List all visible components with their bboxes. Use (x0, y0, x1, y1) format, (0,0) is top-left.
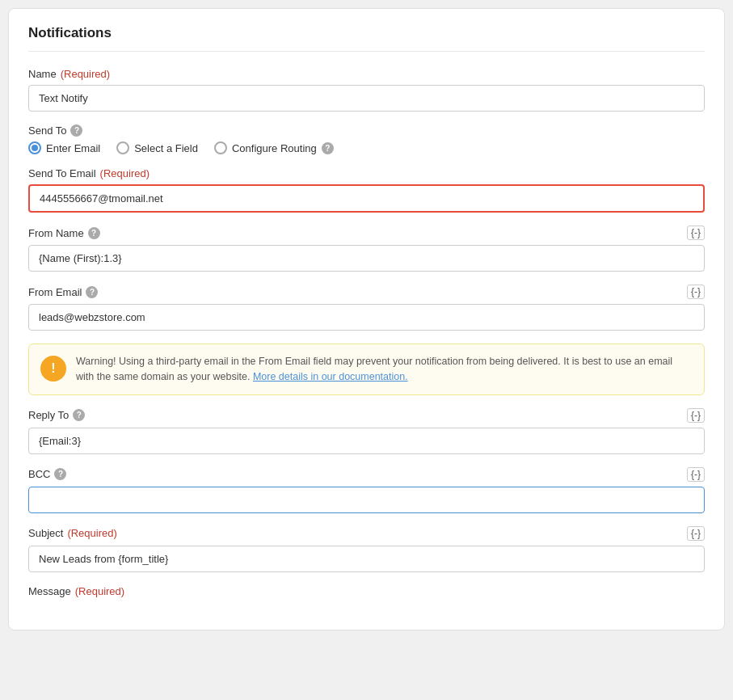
radio-select-field-input[interactable] (116, 141, 129, 154)
send-to-group: Send To ? Enter Email Select a Field Con… (28, 124, 705, 154)
from-email-help-icon[interactable]: ? (86, 286, 98, 298)
from-email-merge-icon[interactable]: {-} (687, 285, 705, 299)
bcc-help-icon[interactable]: ? (54, 468, 66, 480)
reply-to-group: Reply To ? {-} (28, 408, 705, 454)
from-email-group: From Email ? {-} (28, 285, 705, 331)
from-name-help-icon[interactable]: ? (88, 227, 100, 239)
radio-select-field[interactable]: Select a Field (116, 141, 198, 154)
message-label: Message (Required) (28, 585, 705, 597)
send-to-email-input[interactable] (28, 184, 705, 213)
notifications-card: Notifications Name (Required) Send To ? … (8, 8, 725, 630)
bcc-merge-icon[interactable]: {-} (687, 467, 705, 482)
reply-to-input[interactable] (28, 428, 705, 454)
send-to-email-group: Send To Email (Required) (28, 167, 705, 213)
reply-to-help-icon[interactable]: ? (73, 409, 85, 421)
radio-configure-routing[interactable]: Configure Routing ? (214, 141, 334, 154)
radio-enter-email-input[interactable] (28, 141, 41, 154)
bcc-input[interactable] (28, 487, 705, 513)
configure-routing-help-icon[interactable]: ? (322, 142, 334, 154)
send-to-help-icon[interactable]: ? (70, 124, 82, 137)
from-email-input[interactable] (28, 304, 705, 331)
radio-configure-routing-input[interactable] (214, 141, 227, 154)
page-title: Notifications (28, 25, 705, 52)
warning-text: Warning! Using a third-party email in th… (76, 354, 693, 385)
from-name-input[interactable] (28, 245, 705, 272)
message-group: Message (Required) (28, 585, 705, 597)
warning-box: ! Warning! Using a third-party email in … (28, 344, 705, 395)
warning-link[interactable]: More details in our documentation. (253, 371, 408, 382)
radio-enter-email[interactable]: Enter Email (28, 141, 100, 154)
radio-group: Enter Email Select a Field Configure Rou… (28, 141, 705, 154)
bcc-group: BCC ? {-} (28, 467, 705, 513)
reply-to-merge-icon[interactable]: {-} (687, 408, 705, 423)
name-label: Name (Required) (28, 68, 705, 80)
warning-icon: ! (40, 356, 66, 382)
from-name-merge-icon[interactable]: {-} (687, 226, 705, 240)
name-group: Name (Required) (28, 68, 705, 112)
subject-merge-icon[interactable]: {-} (687, 526, 705, 541)
name-input[interactable] (28, 85, 705, 112)
send-to-label: Send To ? (28, 124, 705, 137)
subject-group: Subject (Required) {-} (28, 526, 705, 572)
subject-input[interactable] (28, 546, 705, 572)
from-name-group: From Name ? {-} (28, 226, 705, 272)
